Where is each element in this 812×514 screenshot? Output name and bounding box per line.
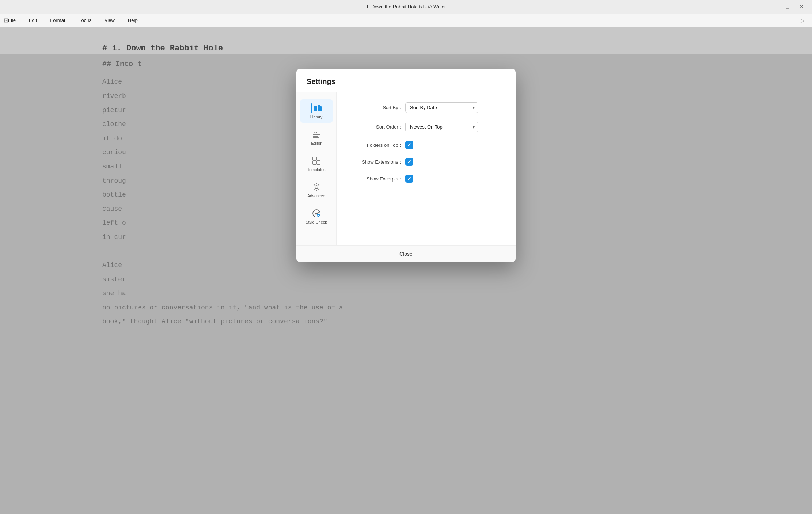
sort-by-select-wrapper: Sort By Date Sort By Name Sort By Size ▾	[405, 102, 478, 113]
settings-dialog: Settings	[296, 69, 516, 262]
show-extensions-row: Show Extensions :	[350, 158, 502, 166]
advanced-svg-icon	[312, 182, 321, 192]
sort-order-label: Sort Order :	[350, 124, 401, 130]
window-controls: − □ ✕	[770, 4, 805, 10]
books-svg-icon	[314, 104, 322, 113]
sidebar-editor-label: Editor	[311, 141, 322, 145]
sidebar-templates-label: Templates	[307, 167, 325, 172]
dialog-sidebar: Library AA Editor	[296, 92, 337, 245]
sort-order-select[interactable]: Newest On Top Oldest On Top	[405, 122, 478, 132]
dialog-body: Library AA Editor	[296, 92, 516, 245]
folders-on-top-row: Folders on Top :	[350, 141, 502, 149]
menu-help[interactable]: Help	[126, 16, 140, 24]
svg-line-19	[314, 189, 315, 190]
doc-heading1: # 1. Down the Rabbit Hole	[102, 42, 710, 55]
sort-by-label: Sort By :	[350, 105, 401, 110]
library-icon	[311, 103, 322, 113]
dialog-footer: Close	[296, 245, 516, 262]
dialog-title: Settings	[307, 77, 335, 85]
editor-svg-icon: AA	[312, 130, 321, 139]
sidebar-item-advanced[interactable]: Advanced	[300, 178, 333, 202]
svg-rect-0	[314, 106, 317, 111]
svg-rect-9	[313, 161, 316, 164]
svg-line-16	[314, 184, 315, 185]
svg-rect-7	[313, 157, 316, 160]
lib-divider	[311, 103, 312, 113]
show-extensions-checkbox[interactable]	[405, 158, 413, 166]
show-excerpts-label: Show Excerpts :	[350, 176, 401, 182]
window-title: 1. Down the Rabbit Hole.txt - iA Writer	[366, 4, 446, 9]
title-bar: 1. Down the Rabbit Hole.txt - iA Writer …	[0, 0, 812, 14]
editor-icon: AA	[312, 129, 321, 140]
svg-rect-8	[317, 157, 320, 160]
menu-bar: ⊡ File Edit Format Focus View Help ▷	[0, 14, 812, 27]
svg-rect-10	[317, 161, 320, 164]
show-excerpts-row: Show Excerpts :	[350, 175, 502, 183]
play-button[interactable]: ▷	[800, 16, 805, 24]
sidebar-item-style-check[interactable]: Style Check	[300, 205, 333, 228]
templates-svg-icon	[312, 156, 321, 165]
svg-point-21	[317, 214, 320, 217]
folders-on-top-label: Folders on Top :	[350, 142, 401, 148]
document-background: # 1. Down the Rabbit Hole ## Into t Alic…	[0, 27, 812, 514]
minimize-button[interactable]: −	[770, 4, 777, 10]
folders-on-top-checkbox[interactable]	[405, 141, 413, 149]
show-extensions-label: Show Extensions :	[350, 159, 401, 165]
advanced-icon	[312, 182, 321, 192]
sort-by-select[interactable]: Sort By Date Sort By Name Sort By Size	[405, 102, 478, 113]
sidebar-item-templates[interactable]: Templates	[300, 152, 333, 175]
menu-view[interactable]: View	[102, 16, 117, 24]
sidebar-item-editor[interactable]: AA Editor	[300, 126, 333, 149]
menu-focus[interactable]: Focus	[76, 16, 94, 24]
menu-edit[interactable]: Edit	[27, 16, 39, 24]
sort-order-select-wrapper: Newest On Top Oldest On Top ▾	[405, 122, 478, 132]
close-button[interactable]: ✕	[798, 4, 805, 10]
menu-format[interactable]: Format	[48, 16, 67, 24]
modal-overlay: Settings	[0, 54, 812, 514]
sidebar-item-library[interactable]: Library	[300, 99, 333, 123]
svg-line-18	[318, 184, 319, 185]
templates-icon	[312, 156, 321, 166]
dialog-header: Settings	[296, 69, 516, 92]
maximize-button[interactable]: □	[784, 4, 791, 10]
svg-text:AA: AA	[313, 131, 318, 134]
style-check-svg-icon	[312, 209, 321, 218]
svg-line-17	[318, 189, 319, 190]
show-excerpts-checkbox[interactable]	[405, 175, 413, 183]
sidebar-toggle-icon[interactable]: ⊡	[4, 17, 8, 24]
dialog-content-panel: Sort By : Sort By Date Sort By Name Sort…	[337, 92, 516, 245]
sort-by-row: Sort By : Sort By Date Sort By Name Sort…	[350, 102, 502, 113]
close-dialog-button[interactable]: Close	[296, 246, 516, 262]
sidebar-advanced-label: Advanced	[307, 194, 325, 198]
svg-rect-2	[320, 106, 322, 111]
sort-order-row: Sort Order : Newest On Top Oldest On Top…	[350, 122, 502, 132]
sidebar-style-check-label: Style Check	[306, 220, 327, 224]
svg-rect-1	[318, 105, 320, 111]
style-check-icon	[312, 208, 321, 218]
sidebar-library-label: Library	[310, 115, 323, 119]
svg-point-11	[315, 186, 318, 189]
